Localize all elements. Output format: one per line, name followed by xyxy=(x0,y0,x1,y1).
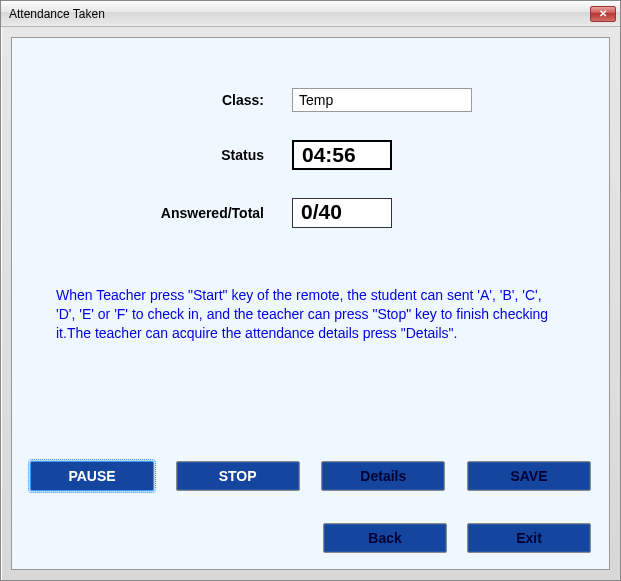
button-row-main: PAUSE STOP Details SAVE xyxy=(30,461,591,491)
class-row: Class: xyxy=(52,88,569,112)
instruction-text: When Teacher press "Start" key of the re… xyxy=(52,286,569,343)
class-input[interactable] xyxy=(292,88,472,112)
answered-value: 0/40 xyxy=(292,198,392,228)
dialog-window: Attendance Taken ✕ Class: Status 04:56 A… xyxy=(0,0,621,581)
answered-row: Answered/Total 0/40 xyxy=(52,198,569,228)
class-label: Class: xyxy=(52,92,292,108)
back-button[interactable]: Back xyxy=(323,523,447,553)
close-button[interactable]: ✕ xyxy=(590,6,616,22)
answered-label: Answered/Total xyxy=(52,205,292,221)
save-button[interactable]: SAVE xyxy=(467,461,591,491)
status-label: Status xyxy=(52,147,292,163)
button-row-nav: Back Exit xyxy=(30,523,591,553)
pause-button[interactable]: PAUSE xyxy=(30,461,154,491)
content-panel: Class: Status 04:56 Answered/Total 0/40 … xyxy=(11,37,610,570)
status-row: Status 04:56 xyxy=(52,140,569,170)
titlebar: Attendance Taken ✕ xyxy=(1,1,620,27)
stop-button[interactable]: STOP xyxy=(176,461,300,491)
status-value: 04:56 xyxy=(292,140,392,170)
window-title: Attendance Taken xyxy=(9,7,590,21)
exit-button[interactable]: Exit xyxy=(467,523,591,553)
close-icon: ✕ xyxy=(599,8,607,19)
details-button[interactable]: Details xyxy=(321,461,445,491)
